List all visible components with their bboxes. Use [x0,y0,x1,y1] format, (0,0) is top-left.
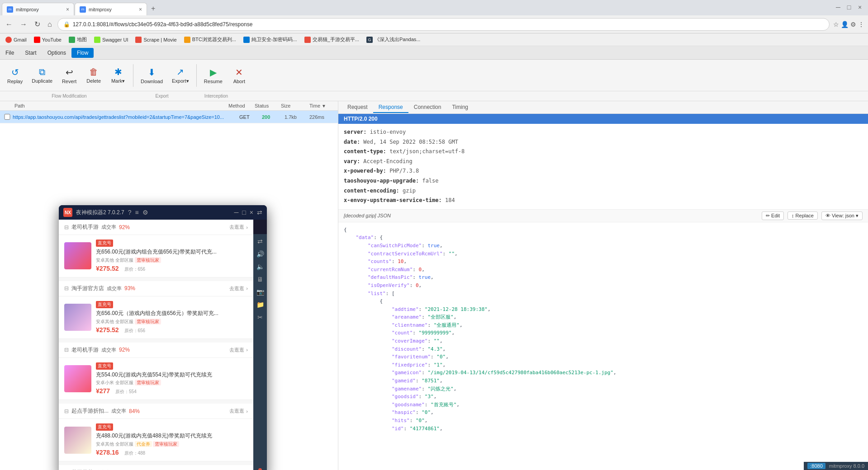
menu-file[interactable]: File [0,48,19,58]
delete-button[interactable]: 🗑 Delete [82,62,105,89]
emu-display-btn[interactable]: 🖥 [257,276,263,283]
emu-expand-btn[interactable]: ⇄ [257,238,263,245]
http-status-text: HTTP/2.0 200 [344,116,378,122]
emu-close-button[interactable]: × [250,209,253,216]
flow-row-checkbox-0[interactable] [4,114,11,120]
emu-restore-button[interactable]: □ [242,209,246,216]
emu-menu-button[interactable]: ≡ [135,209,139,216]
tab-response[interactable]: Response [373,102,408,113]
bookmark-btc[interactable]: BTC浏览器交易列... [182,35,238,44]
replace-button[interactable]: ↕ Replace [787,212,818,220]
back-button[interactable]: ← [4,19,14,29]
header-taoshouyou-upgrade: taoshouyou-app-upgrade: false [344,176,863,186]
export-button[interactable]: ↗ Export▾ [168,62,193,89]
more-button[interactable]: ⋮ [858,21,864,28]
edit-button[interactable]: ✏ Edit [762,212,784,220]
tab-1[interactable]: m mitmproxy × [2,3,74,15]
section-right-2[interactable]: 去逛逛 › [229,347,248,353]
resume-button[interactable]: ▶ Resume [200,62,226,89]
response-tabs: Request Response Connection Timing [338,101,868,114]
mark-label: Mark▾ [111,78,125,84]
reload-button[interactable]: ↻ [33,19,42,29]
mark-icon: ✱ [114,66,122,77]
section-rate-2: 92% [119,347,130,353]
address-box[interactable]: 🔒 127.0.0.1:8081/#/flows/cbc34e05-692a-4… [57,18,830,31]
export-label-section: Export [135,94,189,99]
flow-row-0[interactable]: https://app.taoshouyou.com/api/trades/ge… [0,111,338,123]
bookmark-maps[interactable]: 地图 [67,35,89,44]
shop-platform-1: 安卓其他 全部区服 需审核玩家 [96,319,248,325]
home-button[interactable]: ⌂ [46,19,54,29]
forward-button[interactable]: → [18,19,29,29]
menu-options[interactable]: Options [42,48,71,58]
sort-icon: ▼ [322,103,326,108]
section-right-3[interactable]: 去逛逛 › [229,408,248,414]
jiaoyimao-favicon [304,37,311,43]
response-body[interactable]: { "data": { "canSwitchPicMode": true, "c… [338,222,868,470]
tab1-close[interactable]: × [66,6,69,13]
tab1-favicon: m [7,6,13,13]
shop-tag-2: 直充号 [96,362,113,370]
revert-button[interactable]: ↩ Revert [58,62,81,89]
header-content-encoding: content-encoding: gzip [344,186,863,196]
toolbar: ↺ Replay ⧉ Duplicate ↩ Revert 🗑 Delete ✱… [0,60,868,91]
shop-price-1: ¥275.52 原价：656 [96,326,248,334]
tab2-close[interactable]: × [139,6,142,13]
bookmark-scrape[interactable]: Scrape | Movie [133,36,178,44]
flow-row-time-0: 226ms [309,114,334,120]
menu-start[interactable]: Start [19,48,42,58]
abort-label: Abort [233,79,245,84]
tab2-favicon: m [80,6,86,13]
minimize-button[interactable]: ─ [834,3,843,12]
download-label: Download [141,79,163,84]
view-json-button[interactable]: 👁 View: json ▾ [821,212,863,220]
profile-button[interactable]: 👤 [841,21,849,28]
close-button[interactable]: × [855,3,864,12]
mark-button[interactable]: ✱ Mark▾ [107,62,129,89]
bookmark-youtube[interactable]: YouTube [32,36,63,44]
emu-dot-red[interactable] [258,468,262,470]
emu-minimize-button[interactable]: ─ [234,209,238,216]
emu-camera-btn[interactable]: 📷 [256,288,264,296]
replay-button[interactable]: ↺ Replay [4,62,26,89]
revert-icon: ↩ [66,67,73,78]
time-col-header: Time ▼ [309,103,334,108]
path-col-header: Path [14,103,225,108]
shop-item-0[interactable]: 直充号 充656.00元(游戏内组合充值656元)带奖励可代充... 安卓其他 … [59,235,253,277]
abort-button[interactable]: ✕ Abort [228,62,251,89]
emu-help-button[interactable]: ? [128,209,132,216]
section-right-1[interactable]: 去逛逛 › [229,285,248,292]
bookmark-swagger[interactable]: Swagger UI [92,36,130,44]
bookmark-jiaoyimao[interactable]: 交易猫_手游交易平... [303,35,361,44]
tab-timing[interactable]: Timing [446,102,474,113]
emu-settings-button[interactable]: ⚙ [142,209,148,216]
menu-flow[interactable]: Flow [71,48,94,58]
extensions-button[interactable]: ⚙ [850,21,856,28]
new-tab-button[interactable]: + [147,3,159,14]
tab-request[interactable]: Request [342,102,373,113]
emu-volume-down-btn[interactable]: 🔈 [256,263,264,270]
response-headers: server: istio-envoy date: Wed, 14 Sep 20… [338,124,868,210]
tab-connection[interactable]: Connection [408,102,447,113]
bookmark-star-button[interactable]: ☆ [833,21,839,28]
section-right-0[interactable]: 去逛逛 › [229,224,248,230]
shop-item-3[interactable]: 直充号 充488.00元(游戏内充值488元)带奖励可代充续充 安卓其他 全部区… [59,419,253,461]
download-button[interactable]: ⬇ Download [137,62,166,89]
bookmark-gmail[interactable]: Gmail [4,36,28,44]
duplicate-button[interactable]: ⧉ Duplicate [28,62,56,89]
emu-files-btn[interactable]: 📁 [256,301,264,308]
shop-tag-1: 直充号 [96,301,113,308]
proxy-version: mitmproxy 8.0.0 [829,463,864,469]
bookmark-security[interactable]: 純卫安全-加密码码... [242,35,299,44]
emu-scissors-btn[interactable]: ✂ [257,314,263,321]
emu-expand-button[interactable]: ⇄ [257,209,262,216]
bookmark-swagger-label: Swagger UI [102,37,128,42]
tab-2[interactable]: m mitmproxy × [75,3,147,15]
bookmark-pandas[interactable]: G 《深入浅出Pandas... [365,35,422,44]
maximize-button[interactable]: □ [844,3,854,12]
emu-volume-up-btn[interactable]: 🔊 [256,250,264,258]
shop-item-2[interactable]: 直充号 充554.00元(游戏内充值554元)带奖励可代充续充 安卓小米 全部区… [59,358,253,400]
pandas-favicon: G [366,37,373,43]
shop-item-1[interactable]: 直充号 充656.00元（游戏内组合充值656元）带奖励可充... 安卓其他 全… [59,296,253,339]
section-icon-3: ⊟ [64,408,69,414]
